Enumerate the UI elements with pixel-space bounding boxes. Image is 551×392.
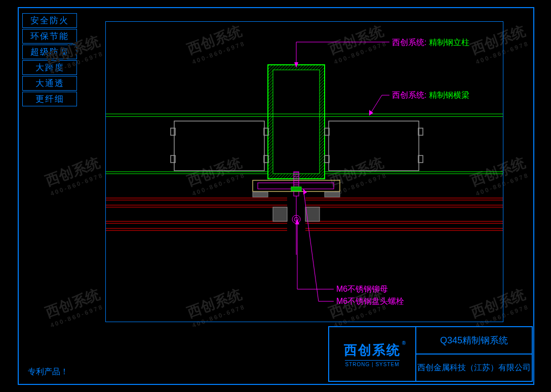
svg-rect-28 [294,172,299,187]
sidebar-item: 超级防腐 [22,45,77,59]
glass-panels [106,198,503,230]
steel-beam [106,114,503,174]
svg-rect-12 [174,121,264,171]
sidebar-item: 大通透 [22,76,77,91]
logo-text: 西创系统® [344,341,401,359]
drawing-title: Q345精制钢系统 [416,327,532,354]
side-channels [171,121,423,171]
svg-rect-29 [291,187,301,191]
cad-page: 安全防火 环保节能 超级防腐 大跨度 大通透 更纤细 西创系统400-860-6… [0,0,551,392]
sidebar-item: 安全防火 [22,13,77,28]
svg-line-62 [303,189,319,301]
svg-rect-13 [329,121,419,171]
company-name: 西创金属科技（江苏）有限公司 [416,354,532,381]
svg-rect-25 [325,192,340,197]
label-prefix: 西创系统: [392,38,429,47]
sidebar-item: 大跨度 [22,60,77,75]
label-column: 精制钢立柱 [429,38,469,47]
title-block: 西创系统® STRONG | SYSTEM Q345精制钢系统 西创金属科技（江… [328,326,533,382]
steel-column [268,65,325,179]
label-bolt: M6不锈钢盘头螺栓 [336,297,404,305]
logo-block: 西创系统® STRONG | SYSTEM [329,327,416,381]
drawing-area: 西创系统: 精制钢立柱 西创系统: 精制钢横梁 M6不锈钢铆母 [105,21,503,322]
sidebar: 安全防火 环保节能 超级防腐 大跨度 大通透 更纤细 [22,13,77,107]
sidebar-item: 更纤细 [22,92,77,106]
label-beam: 精制钢横梁 [429,91,469,99]
label-prefix: 西创系统: [392,91,429,99]
fastener [291,172,301,255]
svg-marker-61 [295,219,299,224]
svg-text:西创系统: 精制钢立柱: 西创系统: 精制钢立柱 [392,38,469,47]
svg-text:西创系统: 精制钢横梁: 西创系统: 精制钢横梁 [392,91,469,99]
svg-rect-6 [268,65,325,179]
leader-column: 西创系统: 精制钢立柱 [294,38,469,67]
svg-rect-9 [320,65,325,179]
logo-subtext: STRONG | SYSTEM [345,360,399,367]
leader-beam: 西创系统: 精制钢横梁 [369,91,469,115]
svg-marker-57 [369,110,373,115]
label-rivet: M6不锈钢铆母 [336,285,388,293]
patent-note: 专利产品！ [28,367,68,377]
cad-drawing: 西创系统: 精制钢立柱 西创系统: 精制钢横梁 M6不锈钢铆母 [106,22,503,322]
sidebar-item: 环保节能 [22,29,77,44]
svg-rect-47 [273,207,287,221]
svg-rect-7 [273,70,320,174]
svg-rect-24 [253,192,268,197]
